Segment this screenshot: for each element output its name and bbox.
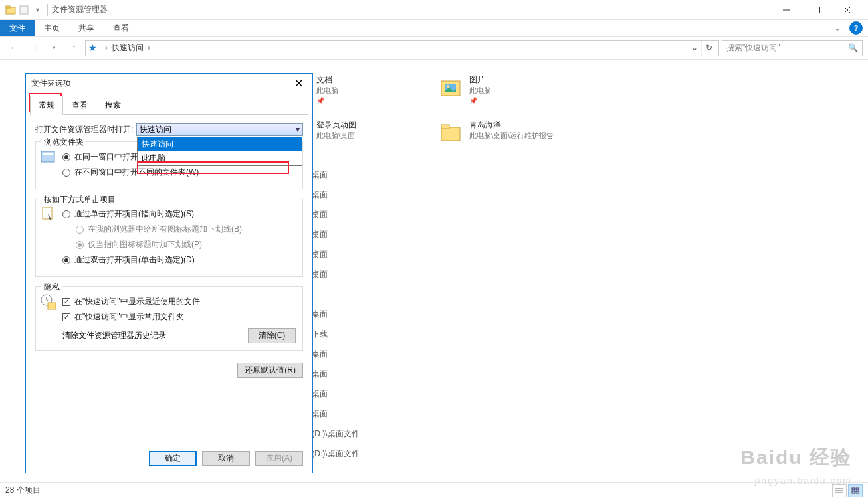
forward-button[interactable]: → (25, 40, 43, 56)
pin-icon: 📌 (316, 97, 338, 104)
combo-option-pc[interactable]: 此电脑 (138, 151, 302, 165)
tab-general[interactable]: 常规 (30, 96, 63, 115)
combo-option-quick[interactable]: 快速访问 (138, 137, 302, 151)
file-item[interactable]: 青岛海洋 此电脑\桌面\运行维护报告 (432, 120, 585, 159)
browse-group-title: 浏览文件夹 (41, 137, 86, 148)
up-button[interactable]: ↑ (65, 40, 82, 56)
clear-button[interactable]: 清除(C) (248, 328, 296, 343)
radio-double-label: 通过双击打开项目(单击时选定)(D) (74, 254, 195, 266)
svg-rect-26 (852, 491, 855, 493)
minimize-button[interactable] (771, 0, 802, 20)
back-button[interactable]: ← (5, 40, 23, 56)
privacy-group: 隐私 ✓ 在"快速访问"中显示最近使用的文件 ✓ 在"快速访问"中显示常用文件夹… (35, 286, 303, 351)
tab-search[interactable]: 搜索 (96, 96, 130, 115)
cancel-button[interactable]: 取消 (202, 451, 250, 466)
check-frequent[interactable]: ✓ (62, 313, 70, 321)
radio-single-click[interactable] (62, 210, 70, 218)
ok-button[interactable]: 确定 (149, 451, 197, 466)
search-input[interactable]: 搜索"快速访问" 🔍 (722, 40, 863, 56)
item-sub: 此电脑 (316, 86, 338, 96)
svg-point-14 (447, 85, 449, 88)
folder-options-dialog: 文件夹选项 ✕ 常规 查看 搜索 打开文件资源管理器时打开: 快速访问 ▾ 快速… (25, 73, 313, 473)
click-group: 按如下方式单击项目 通过单击打开项目(指向时选定)(S) 在我的浏览器中给所有图… (35, 199, 303, 277)
svg-rect-19 (441, 127, 460, 141)
radio-underline-all (76, 226, 84, 234)
item-name: 登录页动图 (316, 120, 356, 131)
titlebar: ▼ 文件资源管理器 (0, 0, 868, 20)
breadcrumb-separator: › (105, 43, 108, 52)
svg-rect-34 (48, 303, 56, 309)
dialog-footer: 确定 取消 应用(A) (26, 444, 312, 473)
svg-rect-30 (43, 207, 52, 219)
ribbon-home-tab[interactable]: 主页 (35, 20, 69, 36)
chevron-down-icon: ▾ (296, 125, 300, 134)
svg-rect-24 (852, 488, 855, 490)
ribbon: 文件 主页 共享 查看 ⌄ ? (0, 20, 868, 36)
search-icon: 🔍 (848, 43, 858, 52)
privacy-icon (40, 293, 57, 311)
close-button[interactable] (832, 0, 863, 20)
open-explorer-label: 打开文件资源管理器时打开: (35, 124, 136, 135)
item-sub: 此电脑\桌面\运行维护报告 (469, 131, 554, 141)
svg-rect-25 (856, 488, 859, 490)
click-icon (40, 206, 57, 223)
recent-dropdown[interactable]: ▾ (45, 40, 62, 56)
status-bar: 28 个项目 (0, 482, 868, 498)
radio-new-label: 在不同窗口中打开不同的文件夹(W) (74, 167, 199, 178)
apply-button[interactable]: 应用(A) (255, 451, 303, 466)
folder-icon (437, 74, 464, 101)
address-dropdown-icon[interactable]: ⌄ (687, 41, 701, 56)
item-name: 青岛海洋 (469, 120, 554, 131)
quick-access-icon: ★ (88, 42, 97, 53)
qat-dropdown-icon[interactable]: ▼ (35, 7, 41, 13)
browse-icon (40, 149, 57, 166)
ribbon-share-tab[interactable]: 共享 (69, 20, 104, 36)
dialog-titlebar[interactable]: 文件夹选项 ✕ (26, 74, 312, 92)
privacy-group-title: 隐私 (41, 282, 62, 293)
dialog-close-button[interactable]: ✕ (290, 75, 307, 91)
address-bar[interactable]: ★ › 快速访问 › ⌄ ↻ (85, 40, 719, 56)
item-sub: 此电脑 (469, 86, 491, 96)
svg-rect-27 (856, 491, 859, 493)
check-frequent-label: 在"快速访问"中显示常用文件夹 (74, 311, 184, 323)
window-title: 文件资源管理器 (52, 4, 108, 15)
radio-single-label: 通过单击打开项目(指向时选定)(S) (74, 208, 194, 220)
item-name: 文档 (316, 74, 338, 86)
ribbon-view-tab[interactable]: 查看 (104, 20, 138, 36)
folder-icon (437, 120, 464, 146)
ribbon-collapse-icon[interactable]: ⌄ (831, 20, 844, 36)
clear-history-label: 清除文件资源管理器历史记录 (62, 330, 166, 341)
radio-underline-point (76, 241, 84, 249)
navbar: ← → ▾ ↑ ★ › 快速访问 › ⌄ ↻ 搜索"快速访问" 🔍 (0, 36, 868, 60)
svg-rect-1 (6, 6, 10, 8)
help-button[interactable]: ? (849, 21, 863, 35)
radio-underline-all-label: 在我的浏览器中给所有图标标题加下划线(B) (88, 224, 242, 235)
tab-view[interactable]: 查看 (63, 96, 96, 115)
dialog-tabs: 常规 查看 搜索 (30, 95, 308, 115)
status-item-count: 28 个项目 (5, 485, 41, 496)
item-name: 图片 (469, 74, 491, 86)
radio-underline-point-label: 仅当指向图标标题时加下划线(P) (88, 239, 202, 250)
radio-new-window[interactable] (62, 169, 70, 177)
svg-rect-29 (43, 153, 53, 155)
details-view-button[interactable] (832, 484, 847, 497)
restore-defaults-button[interactable]: 还原默认值(R) (237, 363, 303, 378)
combo-dropdown: 快速访问 此电脑 (137, 137, 302, 166)
combo-selected: 快速访问 (140, 124, 171, 135)
qat-btn[interactable] (19, 5, 29, 15)
file-item[interactable]: 图片 此电脑 📌 (432, 74, 585, 114)
open-explorer-combo[interactable]: 快速访问 ▾ 快速访问 此电脑 (136, 123, 303, 136)
ribbon-file-tab[interactable]: 文件 (0, 20, 35, 36)
breadcrumb-root[interactable]: 快速访问 (112, 42, 144, 54)
radio-same-window[interactable] (62, 153, 70, 161)
refresh-button[interactable]: ↻ (701, 41, 716, 56)
dialog-body: 打开文件资源管理器时打开: 快速访问 ▾ 快速访问 此电脑 浏览文件夹 在同一窗… (26, 115, 312, 444)
click-group-title: 按如下方式单击项目 (41, 194, 118, 205)
check-recent-label: 在"快速访问"中显示最近使用的文件 (74, 296, 200, 307)
radio-double-click[interactable] (62, 256, 70, 264)
check-recent[interactable]: ✓ (62, 298, 70, 306)
maximize-button[interactable] (802, 0, 832, 20)
search-placeholder: 搜索"快速访问" (726, 42, 780, 54)
icons-view-button[interactable] (848, 484, 863, 497)
svg-rect-2 (20, 6, 28, 14)
